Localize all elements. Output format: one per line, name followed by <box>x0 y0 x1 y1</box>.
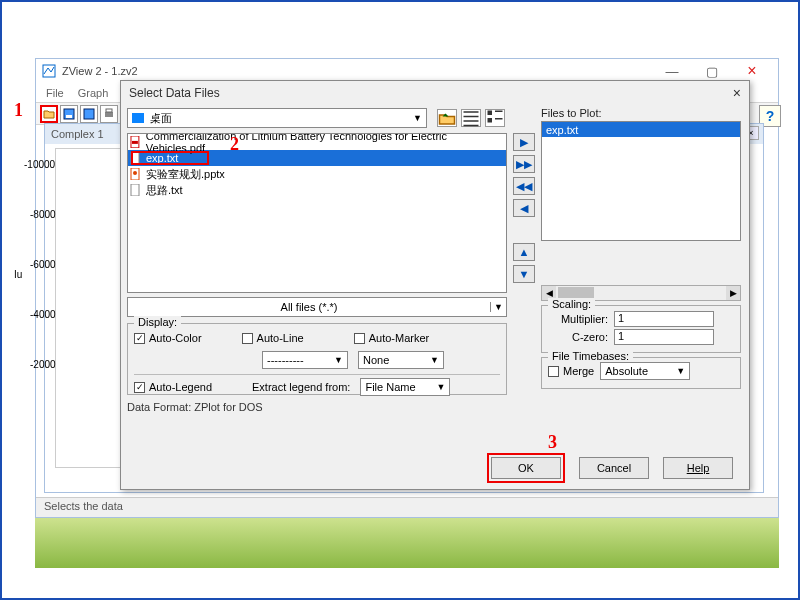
annotation-3: 3 <box>548 432 557 453</box>
open-file-button[interactable] <box>40 105 58 123</box>
display-label: Display: <box>134 316 181 328</box>
ytick-1: -8000 <box>30 209 56 220</box>
chevron-down-icon: ▼ <box>413 113 422 123</box>
file-name: Commercialization of Lithium Battery Tec… <box>146 133 504 154</box>
multiplier-input[interactable]: 1 <box>614 311 714 327</box>
dialog-title: Select Data Files <box>129 86 220 100</box>
annotation-box-3: OK <box>487 453 565 483</box>
move-up-button[interactable]: ▲ <box>513 243 535 261</box>
desktop-icon <box>132 113 144 123</box>
print-button[interactable] <box>100 105 118 123</box>
folder-select[interactable]: 桌面 ▼ <box>127 108 427 128</box>
app-icon <box>42 64 56 78</box>
file-item[interactable]: Commercialization of Lithium Battery Tec… <box>128 134 506 150</box>
marker-style-select[interactable]: None▼ <box>358 351 444 369</box>
file-list[interactable]: Commercialization of Lithium Battery Tec… <box>127 133 507 293</box>
czero-label: C-zero: <box>548 331 608 343</box>
ok-button[interactable]: OK <box>491 457 561 479</box>
annotation-1: 1 <box>14 100 23 121</box>
remove-all-button[interactable]: ◀◀ <box>513 177 535 195</box>
select-data-files-dialog: Select Data Files × 桌面 ▼ Commercializati… <box>120 80 750 490</box>
auto-line-checkbox[interactable]: Auto-Line <box>242 332 304 344</box>
status-bar: Selects the data <box>36 497 778 517</box>
save-button[interactable] <box>60 105 78 123</box>
scaling-group: Scaling: Multiplier: 1 C-zero: 1 <box>541 305 741 353</box>
cancel-button[interactable]: Cancel <box>579 457 649 479</box>
timebase-mode-select[interactable]: Absolute▼ <box>600 362 690 380</box>
file-filter-select[interactable]: All files (*.*) ▼ <box>127 297 507 317</box>
auto-color-checkbox[interactable]: ✓Auto-Color <box>134 332 202 344</box>
display-group: Display: ✓Auto-Color Auto-Line Auto-Mark… <box>127 323 507 395</box>
svg-rect-17 <box>131 184 139 196</box>
svg-rect-2 <box>66 115 72 118</box>
list-view-button[interactable] <box>461 109 481 127</box>
ytick-2: -6000 <box>30 259 56 270</box>
maximize-button[interactable]: ▢ <box>692 60 732 82</box>
menu-graph[interactable]: Graph <box>78 87 109 99</box>
svg-point-16 <box>133 171 137 175</box>
close-button[interactable]: × <box>732 60 772 82</box>
add-all-button[interactable]: ▶▶ <box>513 155 535 173</box>
svg-rect-5 <box>106 109 112 112</box>
svg-rect-13 <box>132 141 138 144</box>
add-file-button[interactable]: ▶ <box>513 133 535 151</box>
dialog-close-button[interactable]: × <box>733 85 741 101</box>
pptx-icon <box>130 168 142 180</box>
filter-text: All files (*.*) <box>128 301 490 313</box>
txt-icon <box>130 184 142 196</box>
ytick-4: -2000 <box>30 359 56 370</box>
help-button[interactable]: Help <box>663 457 733 479</box>
svg-rect-0 <box>43 65 55 77</box>
ytick-3: -4000 <box>30 309 56 320</box>
ytick-0: -10000 <box>24 159 55 170</box>
svg-rect-4 <box>105 112 113 117</box>
y-axis-label: Iu <box>14 269 22 280</box>
czero-input[interactable]: 1 <box>614 329 714 345</box>
timebase-group: File Timebases: Merge Absolute▼ <box>541 357 741 389</box>
menu-file[interactable]: File <box>46 87 64 99</box>
merge-checkbox[interactable]: Merge <box>548 365 594 377</box>
folder-name: 桌面 <box>150 111 172 126</box>
remove-file-button[interactable]: ◀ <box>513 199 535 217</box>
plot-files-list[interactable]: exp.txt <box>541 121 741 241</box>
file-item[interactable]: 思路.txt <box>128 182 506 198</box>
file-name: exp.txt <box>146 152 178 164</box>
svg-rect-3 <box>84 109 94 119</box>
extract-legend-select[interactable]: File Name▼ <box>360 378 450 396</box>
svg-rect-8 <box>488 111 493 116</box>
file-item[interactable]: 实验室规划.pptx <box>128 166 506 182</box>
svg-rect-14 <box>131 152 139 164</box>
svg-rect-9 <box>495 111 503 113</box>
window-title: ZView 2 - 1.zv2 <box>62 65 652 77</box>
line-style-select[interactable]: ----------▼ <box>262 351 348 369</box>
annotation-2: 2 <box>230 134 239 155</box>
file-name: 思路.txt <box>146 183 183 198</box>
auto-legend-checkbox[interactable]: ✓Auto-Legend <box>134 381 212 393</box>
data-format-label: Data Format: ZPlot for DOS <box>127 401 739 413</box>
chevron-down-icon: ▼ <box>490 302 506 312</box>
txt-icon <box>130 152 142 164</box>
file-name: 实验室规划.pptx <box>146 167 225 182</box>
svg-rect-11 <box>495 118 503 120</box>
plot-file-item[interactable]: exp.txt <box>542 122 740 137</box>
multiplier-label: Multiplier: <box>548 313 608 325</box>
scaling-label: Scaling: <box>548 298 595 310</box>
detail-view-button[interactable] <box>485 109 505 127</box>
up-folder-button[interactable] <box>437 109 457 127</box>
disk-button[interactable] <box>80 105 98 123</box>
svg-rect-10 <box>488 118 493 123</box>
extract-legend-label: Extract legend from: <box>252 381 350 393</box>
minimize-button[interactable]: — <box>652 60 692 82</box>
timebase-label: File Timebases: <box>548 350 633 362</box>
move-down-button[interactable]: ▼ <box>513 265 535 283</box>
auto-marker-checkbox[interactable]: Auto-Marker <box>354 332 430 344</box>
pdf-icon <box>130 136 142 148</box>
scroll-right-button[interactable]: ▶ <box>726 286 740 300</box>
files-to-plot-label: Files to Plot: <box>541 107 741 119</box>
